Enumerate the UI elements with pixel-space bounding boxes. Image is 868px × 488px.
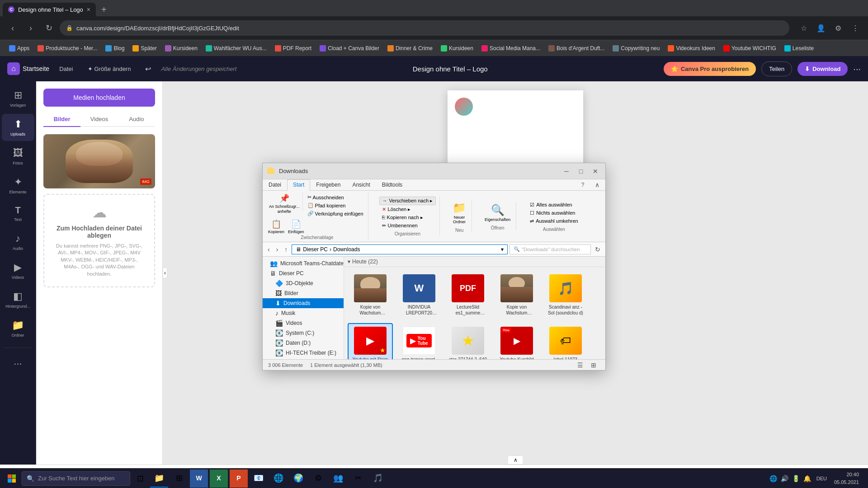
tray-notifications-icon[interactable]: 🔔 (803, 475, 811, 482)
section-toggle[interactable]: ▾ (348, 258, 350, 265)
undo-btn[interactable]: ↩ (141, 62, 156, 76)
taskbar-app-store[interactable]: ⊞ (170, 469, 188, 488)
explorer-minimize-btn[interactable]: ─ (560, 166, 573, 177)
sidebar-item-more[interactable]: ··· (2, 353, 34, 374)
tab-videos[interactable]: Videos (80, 112, 118, 127)
sidebar-item-videos[interactable]: ▶ Videos (2, 257, 34, 284)
forward-btn[interactable]: › (24, 21, 38, 35)
pfad-btn[interactable]: 📋 Pfad kopieren (306, 202, 365, 209)
alles-auswählen-btn[interactable]: ☑ Alles auswählen (527, 201, 581, 209)
exp-up-btn[interactable]: ↑ (282, 244, 290, 254)
ribbon-tab-datei[interactable]: Datei (263, 179, 287, 191)
view-details-btn[interactable]: ☰ (574, 360, 586, 371)
nav-hitecht[interactable]: 💽 HI-TECH Treiber (E:) (263, 348, 344, 358)
taskbar-app-word[interactable]: W (190, 469, 208, 488)
upload-dropzone[interactable]: ☁ Zum Hochladen deiner Datei ablegen Du … (43, 194, 155, 287)
tab-audio[interactable]: Audio (118, 112, 155, 127)
auswahl-umkehren-btn[interactable]: ⇌ Auswahl umkehren (527, 217, 581, 225)
taskbar-app-explorer[interactable]: 📁 (150, 469, 168, 488)
taskbar-app-chrome[interactable]: 🌍 (289, 469, 307, 488)
upload-media-btn[interactable]: Medien hochladen (43, 89, 155, 107)
ribbon-tab-start[interactable]: Start (287, 179, 310, 191)
sidebar-item-fotos[interactable]: 🖼 Fotos (2, 143, 34, 170)
sidebar-item-audio[interactable]: ♪ Audio (2, 228, 34, 255)
bookmark-youtube[interactable]: Youtube WICHTIG (720, 43, 780, 53)
bookmark-apps[interactable]: Apps (5, 43, 33, 53)
ribbon-tab-ansicht[interactable]: Ansicht (346, 179, 376, 191)
show-desktop-btn[interactable] (861, 469, 864, 488)
sidebar-item-elemente[interactable]: ✦ Elemente (2, 172, 34, 199)
exp-back-btn[interactable]: ‹ (265, 244, 272, 254)
verschieben-btn[interactable]: → Verschieben nach ▸ (379, 197, 436, 205)
bookmark-copywriting[interactable]: Copywriting neu (609, 43, 663, 53)
ribbon-tab-freigeben[interactable]: Freigeben (310, 179, 346, 191)
home-btn[interactable]: ⌂ Startseite (7, 62, 49, 75)
sidebar-item-text[interactable]: T Text (2, 201, 34, 226)
taskbar-app-edge[interactable]: 🌐 (269, 469, 288, 488)
address-box[interactable]: 🔒 canva.com/design/DAEdomzscjI/drBfjHdCo… (60, 20, 789, 36)
kopieren-btn[interactable]: 📋 Kopieren (268, 219, 284, 234)
sidebar-item-ordner[interactable]: 📁 Ordner (2, 315, 34, 342)
taskbar-task-view-btn[interactable]: ⊡ (132, 470, 148, 487)
profile-btn[interactable]: 👤 (814, 21, 828, 35)
ribbon-tab-bildtools[interactable]: Bildtools (376, 179, 408, 191)
file-item-scandinavi[interactable]: 🎵 Scandinavi anz - Sol (soundclou d) (543, 271, 588, 319)
taskbar-app-powerpoint[interactable]: P (230, 469, 248, 488)
bookmark-btn[interactable]: ☆ (797, 21, 811, 35)
file-item-youtube-kursbild[interactable]: You ▶ Youtube Kursbild Quality (494, 323, 539, 359)
löschen-btn[interactable]: ✕ Löschen ▸ (379, 206, 436, 213)
bookmark-produktsuche[interactable]: Produktsuche - Mer... (34, 43, 101, 53)
bookmark-bois[interactable]: Bois d'Argent Duft... (545, 43, 608, 53)
file-menu-btn[interactable]: Datei (55, 63, 77, 75)
kopierennach-btn[interactable]: ⎘ Kopieren nach ▸ (379, 214, 436, 221)
more-options-btn[interactable]: ··· (853, 64, 861, 74)
back-btn[interactable]: ‹ (5, 21, 20, 35)
taskbar-app-spotify[interactable]: 🎵 (369, 469, 387, 488)
explorer-close-btn[interactable]: ✕ (589, 166, 602, 177)
canvas-area[interactable]: ‹ Downloads ─ □ ✕ (163, 81, 868, 465)
umbenennen-btn[interactable]: ✏ Umbenennen (379, 222, 436, 230)
canvas-bottom-toggle[interactable]: ∧ (508, 455, 524, 465)
taskbar-app-outlook[interactable]: 📧 (250, 469, 268, 488)
bookmark-videokurs[interactable]: Videokurs Ideen (664, 43, 719, 53)
taskbar-start-btn[interactable] (4, 470, 20, 487)
nav-datend[interactable]: 💽 Daten (D:) (263, 338, 344, 348)
file-item-label[interactable]: 🏷 label-11973 65_640 (543, 323, 588, 359)
view-tiles-btn[interactable]: ⊞ (587, 360, 600, 371)
tray-network-icon[interactable]: 🌐 (769, 475, 777, 482)
bookmark-leseliste[interactable]: Leseliste (781, 43, 817, 53)
new-tab-btn[interactable]: + (98, 5, 110, 15)
media-preview[interactable]: IMG (43, 134, 155, 188)
refresh-btn[interactable]: ↻ (593, 244, 603, 254)
ribbon-help-btn[interactable]: ? (576, 179, 589, 190)
explorer-maximize-btn[interactable]: □ (575, 166, 587, 177)
canva-pro-btn[interactable]: ⭐ Canva Pro ausprobieren (664, 62, 756, 76)
file-item-kopie-wachstum2[interactable]: Kopie von Wachstum depot_CHECK (60) (494, 271, 539, 319)
sidebar-item-hintergrund[interactable]: ◧ Hintergrund... (2, 286, 34, 313)
share-btn[interactable]: Teilen (761, 61, 792, 76)
download-btn[interactable]: ⬇ Download (797, 62, 848, 76)
eigenschaften-btn[interactable]: 🔍 Eigenschaften (483, 202, 512, 224)
file-item-lecture[interactable]: PDF LectureSlid es1_summe r2021_with_ an… (445, 271, 491, 319)
bookmark-später[interactable]: Später (129, 43, 160, 53)
ribbon-collapse-btn[interactable]: ∧ (591, 179, 604, 190)
bookmark-socialmedia[interactable]: Social Media Mana... (478, 43, 544, 53)
nav-musik[interactable]: ♪ Musik (263, 308, 344, 318)
bookmark-pdfreport[interactable]: PDF Report (271, 43, 315, 53)
verknüpfung-btn[interactable]: 🔗 Verknüpfung einfügen (306, 210, 365, 217)
taskbar-app-settings[interactable]: ⚙ (309, 469, 327, 488)
reload-btn[interactable]: ↻ (42, 21, 56, 35)
einfügen-btn[interactable]: 📄 Einfügen (288, 219, 304, 234)
tab-bilder[interactable]: Bilder (43, 112, 80, 127)
nav-videos[interactable]: 🎬 Videos (263, 318, 344, 328)
tray-volume-icon[interactable]: 🔊 (781, 475, 788, 482)
nav-teams[interactable]: 👥 Microsoft Teams-Chatdateien (263, 258, 344, 268)
taskbar-app-snip[interactable]: ✂ (349, 469, 367, 488)
sidebar-item-uploads[interactable]: ⬆ Uploads (2, 114, 34, 141)
nav-downloads[interactable]: ⬇ Downloads (263, 298, 344, 308)
browser-menu-btn[interactable]: ⋮ (848, 21, 863, 35)
panel-collapse-btn[interactable]: ‹ (163, 267, 167, 278)
nav-bilder[interactable]: 🖼 Bilder (263, 288, 344, 298)
sidebar-item-vorlagen[interactable]: ⊞ Vorlagen (2, 85, 34, 112)
taskbar-clock[interactable]: 20:40 05.05.2021 (834, 471, 859, 486)
